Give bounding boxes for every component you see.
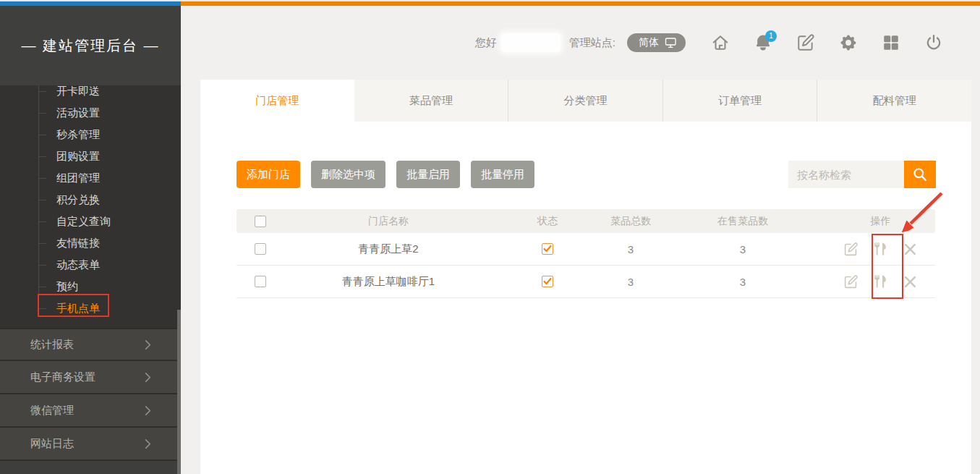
tab-category-management[interactable]: 分类管理 [508,80,662,122]
settings-button[interactable] [839,33,858,52]
edit-icon [796,33,815,52]
status-checkbox[interactable] [542,276,553,287]
table-header-row: 门店名称 状态 菜品总数 在售菜品数 操作 [237,209,935,233]
sidebar-item-label: 自定义查询 [56,215,111,227]
sidebar-item-seckill[interactable]: 秒杀管理 [0,124,181,145]
search-icon [912,166,928,182]
sidebar-section-ecommerce-settings[interactable]: 电子商务设置 [0,361,181,394]
fork-knife-icon [873,274,888,289]
sidebar-item-card-gift[interactable]: 开卡即送 [0,85,181,102]
chevron-right-icon [142,405,153,416]
sidebar-item-label: 积分兑换 [56,193,100,206]
tab-ingredient-management[interactable]: 配料管理 [817,80,971,122]
edit-store-button[interactable] [843,274,858,289]
tab-order-management[interactable]: 订单管理 [662,80,817,122]
home-button[interactable] [711,33,730,52]
apps-button[interactable] [882,33,900,52]
sidebar-item-activity-settings[interactable]: 活动设置 [0,102,181,124]
language-label: 简体 [639,36,659,49]
delete-selected-button[interactable]: 删除选中项 [311,161,385,188]
batch-disable-button[interactable]: 批量停用 [471,161,534,188]
logout-button[interactable] [924,33,943,52]
sidebar-item-label: 动态表单 [56,258,100,271]
select-all-checkbox[interactable] [255,216,266,227]
sidebar-scrollbar-thumb[interactable] [177,310,181,474]
sidebar-section-stats-report[interactable]: 统计报表 [0,328,181,361]
tab-label: 门店管理 [255,94,299,108]
column-header-store-name: 门店名称 [284,215,493,228]
row-checkbox[interactable] [255,276,266,287]
sidebar-item-reservation[interactable]: 预约 [0,276,181,297]
delete-store-button[interactable] [903,242,918,257]
tab-label: 订单管理 [718,94,762,108]
site-label: 管理站点: [569,36,615,50]
edit-button[interactable] [796,33,815,52]
sidebar-submenu: 开卡即送 活动设置 秒杀管理 团购设置 组团管理 积分兑换 自定义查询 友情链接… [0,85,181,328]
tab-bar: 门店管理 菜品管理 分类管理 订单管理 配料管理 [200,80,971,122]
store-name: 青青原上草咖啡厅1 [284,275,493,289]
sidebar-section-wechat-management[interactable]: 微信管理 [0,394,181,428]
status-checkbox[interactable] [542,243,553,255]
sidebar-item-label: 秒杀管理 [56,128,100,140]
tab-label: 配料管理 [873,94,916,108]
notifications-button[interactable]: 1 [754,33,772,52]
gear-icon [839,33,858,52]
column-header-dishes-on-sale: 在售菜品数 [660,215,826,228]
close-icon [903,242,918,257]
dishes-on-sale: 3 [660,243,826,255]
batch-enable-button[interactable]: 批量启用 [396,161,460,188]
check-icon [543,245,552,253]
power-icon [924,33,943,52]
tab-dish-management[interactable]: 菜品管理 [354,80,508,122]
sidebar-section-site-logs[interactable]: 网站日志 [0,428,181,461]
tab-label: 分类管理 [563,94,607,108]
table-row: 青青原上草2 3 3 [237,233,935,266]
top-header: 您好 管理站点: 简体 1 [181,6,980,80]
toolbar: 添加门店 删除选中项 批量启用 批量停用 [237,161,936,188]
dishes-on-sale: 3 [660,276,826,288]
check-icon [543,277,552,286]
top-strip [0,0,980,6]
grid-icon [882,33,900,52]
language-site-button[interactable]: 简体 [627,33,686,52]
sidebar-item-label: 活动设置 [56,106,100,119]
sidebar-item-label: 团购设置 [56,150,100,162]
sidebar-item-dynamic-forms[interactable]: 动态表单 [0,254,181,276]
tab-label: 菜品管理 [409,94,453,108]
sidebar-item-mobile-ordering[interactable]: 手机点单 [0,297,181,319]
close-icon [903,274,918,289]
tab-store-management[interactable]: 门店管理 [200,80,354,122]
search-input[interactable] [788,161,904,188]
main-panel: 门店管理 菜品管理 分类管理 订单管理 配料管理 添加门店 删除选中项 批量启用… [200,80,971,474]
monitor-icon [665,37,677,48]
chevron-right-icon [142,439,153,449]
row-checkbox[interactable] [255,243,266,255]
username-redacted [501,33,561,52]
sidebar-item-group-team[interactable]: 组团管理 [0,167,181,189]
section-label: 统计报表 [30,338,74,352]
section-label: 微信管理 [30,404,74,418]
dishes-menu-button[interactable] [873,274,888,289]
search-button[interactable] [904,161,936,188]
sidebar-item-label: 友情链接 [56,237,100,249]
sidebar-item-label: 手机点单 [56,302,100,314]
app-title: — 建站管理后台 — [21,36,159,56]
sidebar-item-friendly-links[interactable]: 友情链接 [0,232,181,254]
chevron-right-icon [142,372,153,383]
section-label: 网站日志 [30,437,74,451]
add-store-button[interactable]: 添加门店 [237,161,300,188]
dishes-menu-button[interactable] [873,242,888,257]
total-dishes: 3 [602,243,660,255]
sidebar-sections: 统计报表 电子商务设置 微信管理 网站日志 [0,328,181,474]
column-header-status: 状态 [493,215,602,228]
sidebar-item-label: 预约 [56,280,78,292]
edit-store-button[interactable] [843,242,858,257]
delete-store-button[interactable] [903,274,918,289]
tab-content: 添加门店 删除选中项 批量启用 批量停用 门店名称 状态 菜品总数 [200,122,971,474]
sidebar-item-group-buy[interactable]: 团购设置 [0,145,181,167]
sidebar-item-custom-query[interactable]: 自定义查询 [0,211,181,232]
sidebar-title: — 建站管理后台 — [0,6,181,85]
edit-icon [843,242,858,257]
sidebar-item-points-exchange[interactable]: 积分兑换 [0,189,181,211]
section-label: 电子商务设置 [30,371,95,384]
